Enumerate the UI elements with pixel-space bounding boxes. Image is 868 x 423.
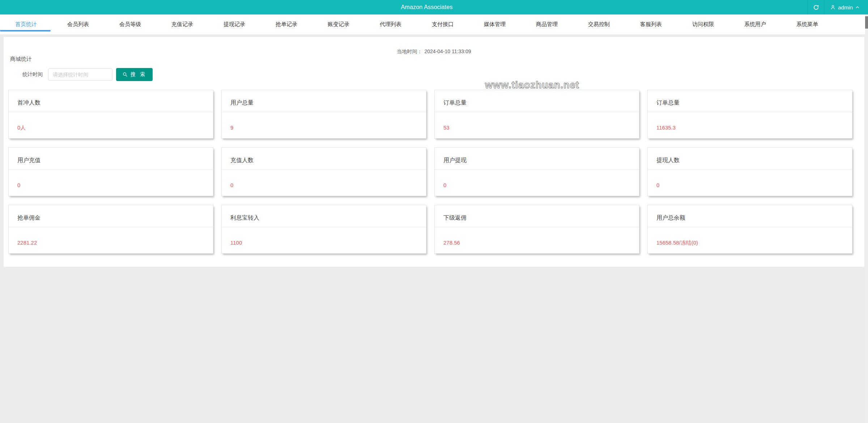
nav-tab-2[interactable]: 会员列表 xyxy=(52,14,104,34)
stat-card-title: 订单总量 xyxy=(435,90,639,112)
stat-card-title: 用户总余额 xyxy=(648,205,852,227)
stat-card: 下级返佣278.56 xyxy=(434,205,639,254)
stat-card-value: 0 xyxy=(9,170,213,188)
refresh-button[interactable] xyxy=(808,0,824,14)
time-filter-input[interactable] xyxy=(48,68,112,81)
stat-card-title: 用户总量 xyxy=(222,90,426,112)
stat-card-value: 53 xyxy=(435,112,639,131)
stat-card: 充值人数0 xyxy=(221,147,426,196)
search-button-label: 搜 索 xyxy=(131,71,146,78)
app-title: Amazon Associates xyxy=(0,4,854,10)
nav-tab-1[interactable]: 首页统计 xyxy=(0,14,52,34)
stat-card-value: 9 xyxy=(222,112,426,131)
nav-tab-9[interactable]: 支付接口 xyxy=(417,14,469,34)
stat-card-value: 1100 xyxy=(222,227,426,246)
local-time-value: 2024-04-10 11:33:09 xyxy=(425,48,471,54)
user-menu[interactable]: admin xyxy=(824,0,865,14)
stat-card: 用户总余额15658.58/冻结(0) xyxy=(647,205,852,254)
topbar-controls: admin xyxy=(808,0,865,14)
nav-tab-label: 支付接口 xyxy=(432,21,454,28)
search-icon xyxy=(122,72,128,77)
nav-tab-label: 系统菜单 xyxy=(796,21,818,28)
nav-tab-label: 账变记录 xyxy=(328,21,349,28)
nav-tab-label: 媒体管理 xyxy=(484,21,506,28)
section-title: 商城统计 xyxy=(10,56,32,63)
nav-tab-label: 商品管理 xyxy=(536,21,558,28)
nav-tab-label: 会员列表 xyxy=(67,21,89,28)
chevron-up-icon xyxy=(855,5,860,10)
topbar: Amazon Associates admin xyxy=(0,0,868,14)
nav-tab-label: 交易控制 xyxy=(588,21,610,28)
stat-card: 用户提现0 xyxy=(434,147,639,196)
watermark: www.tiaozhuan.net xyxy=(485,80,579,91)
time-filter-label: 统计时间 xyxy=(22,71,43,78)
nav-tab-12[interactable]: 交易控制 xyxy=(573,14,625,34)
nav-tabs: 首页统计会员列表会员等级充值记录提现记录抢单记录账变记录代理列表支付接口媒体管理… xyxy=(0,14,868,34)
nav-tab-label: 首页统计 xyxy=(15,21,37,28)
stat-card: 抢单佣金2281.22 xyxy=(8,205,213,254)
stat-card-value: 0 xyxy=(648,170,852,188)
search-button[interactable]: 搜 索 xyxy=(116,68,153,81)
nav-tab-11[interactable]: 商品管理 xyxy=(521,14,573,34)
user-name: admin xyxy=(838,4,853,10)
nav-tab-label: 访问权限 xyxy=(692,21,714,28)
stat-card: 用户充值0 xyxy=(8,147,213,196)
stat-card-value: 278.56 xyxy=(435,227,639,246)
stat-card-value: 2281.22 xyxy=(9,227,213,246)
user-icon xyxy=(830,4,836,10)
stat-card-title: 充值人数 xyxy=(222,148,426,170)
stat-card-title: 利息宝转入 xyxy=(222,205,426,227)
stat-card: 订单总量53 xyxy=(434,90,639,139)
nav-tab-10[interactable]: 媒体管理 xyxy=(469,14,521,34)
scrollbar-thumb[interactable] xyxy=(865,16,868,29)
nav-tab-14[interactable]: 访问权限 xyxy=(677,14,729,34)
stat-card-title: 提现人数 xyxy=(648,148,852,170)
stat-card-value: 11635.3 xyxy=(648,112,852,131)
nav-tab-8[interactable]: 代理列表 xyxy=(365,14,417,34)
stat-card: 提现人数0 xyxy=(647,147,852,196)
nav-tab-13[interactable]: 客服列表 xyxy=(625,14,677,34)
nav-tab-5[interactable]: 提现记录 xyxy=(208,14,260,34)
nav-tab-16[interactable]: 系统菜单 xyxy=(781,14,833,34)
nav-tab-label: 提现记录 xyxy=(224,21,245,28)
nav-tab-6[interactable]: 抢单记录 xyxy=(260,14,312,34)
nav-tab-label: 系统用户 xyxy=(744,21,766,28)
refresh-icon xyxy=(813,4,819,10)
stat-card-value: 0 xyxy=(222,170,426,188)
nav-tab-7[interactable]: 账变记录 xyxy=(312,14,365,34)
nav-tab-15[interactable]: 系统用户 xyxy=(729,14,781,34)
nav-tab-4[interactable]: 充值记录 xyxy=(156,14,208,34)
active-tab-underline xyxy=(0,30,51,31)
stat-card: 首冲人数0人 xyxy=(8,90,213,139)
stat-card-title: 首冲人数 xyxy=(9,90,213,112)
stat-card-value: 15658.58/冻结(0) xyxy=(648,227,852,246)
stat-card: 用户总量9 xyxy=(221,90,426,139)
stat-card-title: 抢单佣金 xyxy=(9,205,213,227)
nav-tab-label: 会员等级 xyxy=(119,21,141,28)
nav-tab-label: 充值记录 xyxy=(171,21,193,28)
nav-tab-3[interactable]: 会员等级 xyxy=(104,14,156,34)
nav-tab-label: 代理列表 xyxy=(380,21,401,28)
local-time: 当地时间：2024-04-10 11:33:09 xyxy=(4,48,864,55)
scrollbar[interactable] xyxy=(865,14,868,423)
main-panel: 当地时间：2024-04-10 11:33:09 商城统计 统计时间 搜 索 w… xyxy=(4,37,864,267)
stat-card-title: 下级返佣 xyxy=(435,205,639,227)
nav-tab-label: 客服列表 xyxy=(640,21,662,28)
stat-card-value: 0人 xyxy=(9,112,213,131)
local-time-label: 当地时间： xyxy=(397,48,422,54)
stat-card: 订单总量11635.3 xyxy=(647,90,852,139)
filter-row: 统计时间 搜 索 xyxy=(22,68,153,81)
stat-card-value: 0 xyxy=(435,170,639,188)
stat-card-title: 用户提现 xyxy=(435,148,639,170)
stats-grid: 首冲人数0人用户总量9订单总量53订单总量11635.3用户充值0充值人数0用户… xyxy=(8,90,852,254)
stat-card-title: 用户充值 xyxy=(9,148,213,170)
stat-card: 利息宝转入1100 xyxy=(221,205,426,254)
nav-tab-label: 抢单记录 xyxy=(276,21,297,28)
stat-card-title: 订单总量 xyxy=(648,90,852,112)
